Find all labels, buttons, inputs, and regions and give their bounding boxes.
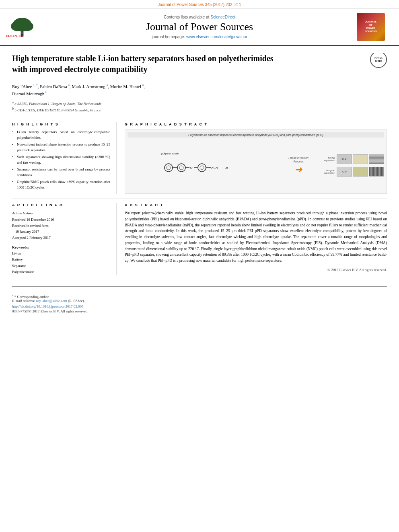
article-content: CrossMark High temperature stable Li-ion… — [0, 46, 399, 282]
issn-line: 0378-7753/© 2017 Elsevier B.V. All right… — [12, 309, 387, 313]
email-link[interactable]: roy.labee@sabic.com — [36, 299, 67, 303]
svg-point-4 — [21, 21, 33, 31]
svg-text:N: N — [190, 166, 193, 170]
abstract-column: A B S T R A C T We report (electro-)chem… — [125, 203, 387, 275]
highlight-item-3: Such separators showing high dimensional… — [12, 154, 110, 165]
highlights-graphical-section: H I G H L I G H T S Li-ion battery separ… — [12, 118, 387, 194]
svg-point-8 — [165, 164, 173, 172]
article-info-abstract-section: A R T I C L E I N F O Article history: R… — [12, 199, 387, 275]
article-title: High temperature stable Li-ion battery s… — [12, 53, 286, 75]
graphical-abstract-image: Polyetherim-ce based on bisphenol-aceton… — [125, 129, 387, 194]
journal-reference-link[interactable]: Journal of Power Sources 345 (2017) 202–… — [158, 2, 241, 7]
elsevier-tree-icon: ELSEVIER — [4, 16, 40, 38]
svg-text:polymer chain: polymer chain — [161, 152, 179, 155]
graphical-abstract-column: G R A P H I C A L A B S T R A C T Polyet… — [125, 122, 387, 194]
abstract-body: We report (electro-)chemically stable, h… — [125, 210, 387, 263]
power-sources-logo: JOURNALOFPOWERSOURCES — [357, 13, 385, 41]
highlights-list: Li-ion battery separators based on elect… — [12, 129, 110, 190]
homepage-line: journal homepage: www.elsevier.com/locat… — [44, 35, 355, 39]
elsevier-logo-area: ELSEVIER — [4, 16, 44, 38]
ga-title: Polyetherim-ce based on bisphenol-aceton… — [128, 132, 384, 138]
ga-content: polymer chain N — [128, 140, 384, 191]
footnote-email-line: E-mail address: roy.labee@sabic.com (R. … — [12, 299, 387, 303]
graphical-abstract-heading: G R A P H I C A L A B S T R A C T — [125, 122, 387, 126]
highlights-heading: H I G H L I G H T S — [12, 122, 110, 126]
footnote-corresponding: * * Corresponding author. — [12, 294, 387, 299]
journal-logo-right: JOURNALOFPOWERSOURCES — [355, 13, 387, 41]
ga-label-1: PP/PEseparation — [315, 157, 335, 162]
journal-title: Journal of Power Sources — [44, 21, 355, 33]
page: Journal of Power Sources 345 (2017) 202–… — [0, 0, 399, 532]
svg-text:ELSEVIER: ELSEVIER — [6, 34, 23, 38]
svg-text:C=O: C=O — [211, 166, 218, 170]
article-history: Article history: Received 16 December 20… — [12, 210, 110, 241]
bottom-divider — [12, 286, 387, 287]
journal-reference-bar: Journal of Power Sources 345 (2017) 202–… — [0, 0, 399, 9]
crossmark-badge[interactable]: CrossMark — [370, 53, 387, 68]
article-info-heading: A R T I C L E I N F O — [12, 203, 110, 207]
homepage-link[interactable]: www.elsevier.com/locate/jpowsour — [186, 35, 247, 39]
doi-link[interactable]: http://dx.doi.org/10.1016/j.jpowsour.201… — [12, 304, 84, 308]
molecule-svg: polymer chain N — [160, 150, 249, 182]
svg-point-11 — [177, 164, 185, 172]
svg-point-12 — [179, 166, 183, 170]
highlights-column: H I G H L I G H T S Li-ion battery separ… — [12, 122, 117, 194]
authors-line: Roy l'Abee a, *, Fabien DaRosa a, Mark J… — [12, 83, 387, 98]
contents-line: Contents lists available at ScienceDirec… — [44, 15, 355, 19]
svg-point-16 — [198, 164, 206, 172]
highlight-item-4: Separator resistance can be tuned over b… — [12, 167, 110, 178]
article-info-column: A R T I C L E I N F O Article history: R… — [12, 203, 117, 275]
journal-center-info: Contents lists available at ScienceDirec… — [44, 15, 355, 39]
keywords-section: Keywords: Li-ion Battery Separator Polye… — [12, 244, 110, 275]
svg-text:-n: -n — [225, 166, 228, 170]
science-direct-link[interactable]: ScienceDirect — [210, 15, 235, 19]
affiliations: a a SABIC, Plasticslaan 1, Bergen op Zoo… — [12, 100, 387, 113]
svg-point-9 — [167, 166, 171, 170]
ga-result-images: PP/PEseparation 37.4° — [315, 154, 384, 177]
svg-point-17 — [200, 166, 204, 170]
journal-header: ELSEVIER Contents lists available at Sci… — [0, 9, 399, 46]
svg-point-5 — [21, 32, 23, 34]
ga-label-2: PEI pPDseparation — [315, 169, 335, 174]
highlight-item-5: Graphite/NMC pouch cells show >89% capac… — [12, 179, 110, 190]
abstract-heading: A B S T R A C T — [125, 203, 387, 207]
highlight-item-2: Non-solvent induced phase inversion proc… — [12, 142, 110, 153]
copyright-notice: © 2017 Elsevier B.V. All rights reserved… — [125, 268, 387, 272]
highlight-item-1: Li-ion battery separators based on elect… — [12, 129, 110, 140]
footnote-section: * * Corresponding author. E-mail address… — [0, 291, 399, 315]
